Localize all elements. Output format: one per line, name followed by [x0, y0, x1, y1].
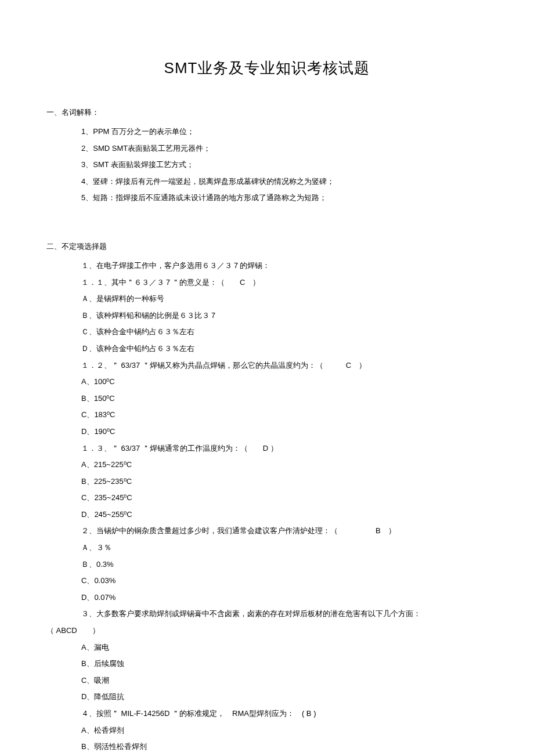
q1-stem: １、在电子焊接工作中，客户多选用６３／３７的焊锡： — [46, 258, 488, 274]
q3-answer: （ ABCD ） — [46, 623, 488, 639]
q2-option-c: C、0.03% — [46, 573, 488, 589]
q1-1-option-a: Ａ、是锡焊料的一种标号 — [46, 291, 488, 308]
q3-label: ３、大多数客户要求助焊剂或焊锡膏中不含卤素，卤素的存在对焊后板材的潜在危害有以下… — [46, 606, 488, 623]
q2-option-d: D、0.07% — [46, 589, 488, 606]
q1-3-option-b: B、225~235⁰C — [46, 473, 488, 490]
definition-item: 2、SMD SMT表面贴装工艺用元器件； — [46, 140, 488, 157]
q1-2-option-d: D、190⁰C — [46, 424, 488, 440]
q1-2-label: １．２、＂ 63/37 ＂焊锡又称为共晶点焊锡，那么它的共晶温度约为：（ C ） — [46, 357, 488, 374]
q2-label: ２、当锡炉中的铜杂质含量超过多少时，我们通常会建议客户作清炉处理：（ B ） — [46, 523, 488, 540]
q1-2-option-a: A、100⁰C — [46, 374, 488, 390]
q4-option-b: B、弱活性松香焊剂 — [46, 739, 488, 755]
q1-1-option-c: Ｃ、该种合金中锡约占６３％左右 — [46, 324, 488, 341]
q1-3-option-a: A、215~225⁰C — [46, 457, 488, 473]
page-title: SMT业务及专业知识考核试题 — [46, 58, 488, 78]
q4-option-a: A、松香焊剂 — [46, 722, 488, 739]
q1-2-option-c: C、183⁰C — [46, 407, 488, 424]
q2-option-a: Ａ、３％ — [46, 540, 488, 556]
definition-item: 5、短路：指焊接后不应通路或未设计通路的地方形成了通路称之为短路； — [46, 190, 488, 207]
q3-option-d: D、降低阻抗 — [46, 689, 488, 706]
q4-label: ４、按照＂ MIL-F-14256D ＂的标准规定， RMA型焊剂应为： ( B… — [46, 706, 488, 722]
q2-option-b: Ｂ、0.3% — [46, 556, 488, 573]
q3-option-b: B、后续腐蚀 — [46, 656, 488, 672]
q1-3-option-d: D、245~255⁰C — [46, 507, 488, 523]
definition-item: 3、SMT 表面贴装焊接工艺方式； — [46, 157, 488, 173]
section2-header: 二、不定项选择题 — [46, 241, 488, 252]
definition-item: 4、竖碑：焊接后有元件一端竖起，脱离焊盘形成墓碑状的情况称之为竖碑； — [46, 173, 488, 190]
q1-1-option-b: Ｂ、该种焊料铅和锡的比例是６３比３７ — [46, 308, 488, 324]
section1-header: 一、名词解释： — [46, 107, 488, 118]
q1-3-option-c: C、235~245⁰C — [46, 490, 488, 507]
definition-item: 1、PPM 百万分之一的表示单位； — [46, 124, 488, 140]
q3-option-a: A、漏电 — [46, 639, 488, 656]
q1-2-option-b: B、150⁰C — [46, 390, 488, 407]
q1-1-option-d: Ｄ、该种合金中铅约占６３％左右 — [46, 341, 488, 357]
q1-3-label: １．３、＂ 63/37 ＂焊锡通常的工作温度约为：（ D ） — [46, 440, 488, 457]
q1-1-label: １．１、其中＂６３／３７＂的意义是：（ C ） — [46, 274, 488, 291]
q3-option-c: C、吸潮 — [46, 672, 488, 689]
